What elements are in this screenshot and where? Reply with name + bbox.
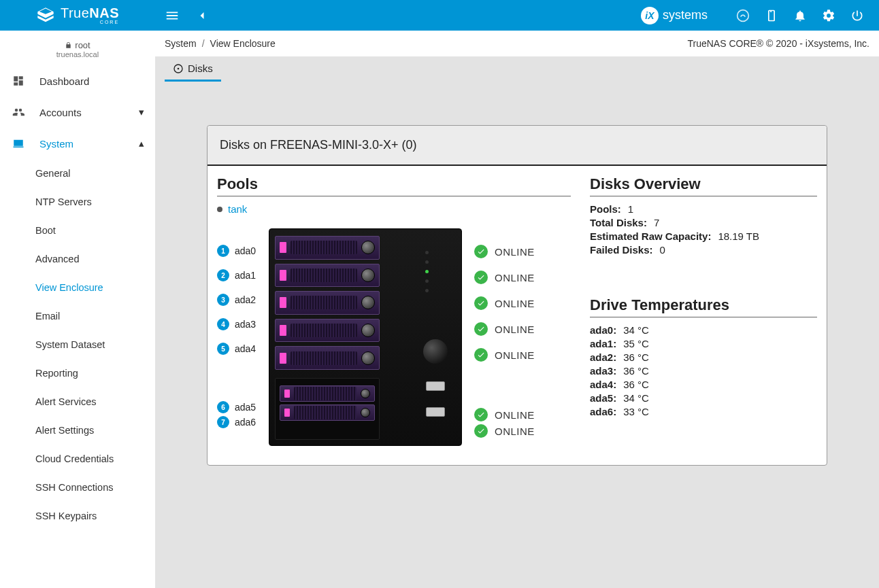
kv-value: 7 [654,217,659,228]
enclosure-card: Disks on FREENAS-MINI-3.0-X+ (0) Pools t… [207,125,827,466]
pool-entry[interactable]: tank [217,203,571,215]
disk-label[interactable]: 2ada1 [217,269,269,281]
overview-heading: Disks Overview [590,175,817,196]
check-icon [474,271,488,284]
main: System / View Enclosure TrueNAS CORE® © … [155,31,879,588]
disk-icon [173,63,184,74]
clipboard-icon[interactable] [765,9,778,22]
check-icon [474,245,488,258]
breadcrumb-root[interactable]: System [165,38,197,49]
temp-label: ada2: [590,351,616,363]
nav-system[interactable]: System ▴ [0,128,155,159]
drive-bay[interactable] [275,264,380,288]
sub-cloud-credentials[interactable]: Cloud Credentials [0,445,155,473]
temp-label: ada4: [590,379,616,390]
disk-label[interactable]: 3ada2 [217,294,269,306]
truecommand-icon[interactable] [736,9,750,22]
temp-value: 34 °C [623,324,649,336]
ix-mark-icon: iX [641,7,659,24]
system-icon [11,137,26,150]
brand-logo[interactable]: TrueNAS CORE [0,6,155,25]
disk-label[interactable]: 7ada6 [217,416,269,428]
sub-advanced[interactable]: Advanced [0,245,155,273]
disk-status: ONLINE [474,424,535,438]
disk-status: ONLINE [474,296,535,310]
check-icon [474,424,488,438]
temp-label: ada6: [590,406,616,417]
temp-label: ada0: [590,324,616,336]
usb-port-graphic [426,407,445,417]
chevron-up-icon: ▴ [139,137,144,150]
svg-point-2 [178,67,180,69]
drive-bay[interactable] [275,319,380,343]
ixsystems-logo[interactable]: iX systems [641,7,708,24]
disk-label[interactable]: 1ada0 [217,245,269,257]
accounts-icon [11,106,26,118]
check-icon [474,322,488,336]
temp-label: ada3: [590,365,616,377]
nav-accounts[interactable]: Accounts ▾ [0,97,155,128]
drive-bay[interactable] [280,385,375,402]
dashboard-icon [11,75,26,87]
breadcrumb-page: View Enclosure [210,38,276,49]
nav-label: System [39,138,73,150]
top-bar: TrueNAS CORE iX systems [0,0,879,31]
pool-name: tank [228,203,247,215]
drive-bay[interactable] [275,236,380,260]
settings-icon[interactable] [822,9,835,22]
temps-heading: Drive Temperatures [590,296,817,317]
sub-alert-services[interactable]: Alert Services [0,387,155,416]
menu-toggle-icon[interactable] [163,7,181,24]
sub-system-dataset[interactable]: System Dataset [0,330,155,359]
power-icon[interactable] [850,9,864,22]
sub-general[interactable]: General [0,159,155,188]
check-icon [474,296,488,310]
nav-label: Accounts [39,107,82,118]
tab-disks[interactable]: Disks [165,57,221,82]
temp-value: 33 °C [623,406,649,417]
sub-ssh-connections[interactable]: SSH Connections [0,473,155,502]
alerts-icon[interactable] [793,9,807,22]
sidebar: root truenas.local Dashboard Accounts ▾ … [0,31,155,588]
tabs: Disks [155,56,879,82]
kv-label: Pools: [590,203,621,215]
temp-value: 34 °C [623,392,649,404]
hostname: truenas.local [0,50,155,58]
temp-value: 36 °C [623,379,649,390]
drive-bay[interactable] [280,404,375,421]
truenas-icon [36,6,55,25]
sub-reporting[interactable]: Reporting [0,359,155,387]
pool-status-dot [217,207,222,212]
sub-view-enclosure[interactable]: View Enclosure [0,273,155,302]
kv-value: 1 [628,203,633,215]
user-box: root truenas.local [0,31,155,65]
sub-ntp-servers[interactable]: NTP Servers [0,188,155,216]
pools-heading: Pools [217,175,571,196]
disk-status: ONLINE [474,348,535,362]
lock-icon [65,41,72,49]
disk-status-column: ONLINE ONLINE ONLINE ONLINE ONLINE ONLIN… [462,228,535,438]
temp-label: ada5: [590,392,616,404]
nav-dashboard[interactable]: Dashboard [0,65,155,97]
sub-ssh-keypairs[interactable]: SSH Keypairs [0,502,155,530]
disk-status: ONLINE [474,245,535,258]
disk-status: ONLINE [474,271,535,284]
sub-boot[interactable]: Boot [0,216,155,245]
tab-label: Disks [188,63,213,74]
sub-email[interactable]: Email [0,302,155,330]
brand-edition: CORE [100,20,119,24]
back-icon[interactable] [193,7,211,24]
breadcrumb-bar: System / View Enclosure TrueNAS CORE® © … [155,31,879,56]
disk-label[interactable]: 5ada4 [217,343,269,355]
drive-bay[interactable] [275,346,380,370]
drive-bay[interactable] [275,291,380,315]
usb-port-graphic [426,381,445,391]
kv-value: 0 [660,244,665,256]
kv-label: Failed Disks: [590,244,653,256]
kv-label: Estimated Raw Capacity: [590,230,711,242]
sub-alert-settings[interactable]: Alert Settings [0,416,155,445]
nav-label: Dashboard [39,75,89,87]
disk-label[interactable]: 6ada5 [217,401,269,413]
disk-label[interactable]: 4ada3 [217,318,269,330]
temp-value: 36 °C [623,351,649,363]
